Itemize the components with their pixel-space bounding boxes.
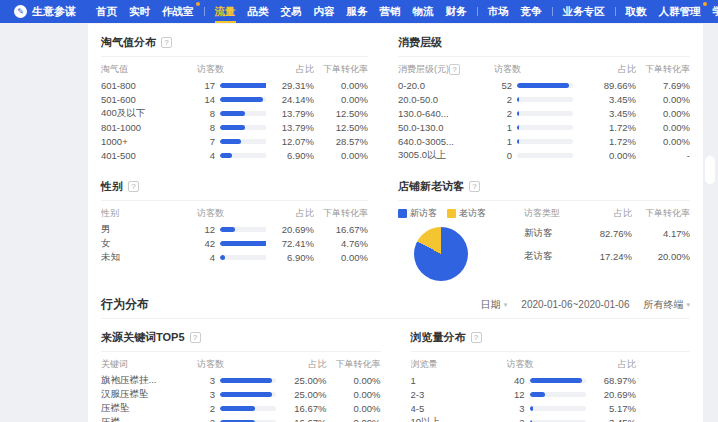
nav-item-logistics[interactable]: 物流 — [407, 0, 440, 23]
column-header: 关键词 — [101, 358, 197, 371]
visitor-count-cell: 3 — [197, 375, 279, 386]
visitor-count-cell: 8 — [197, 108, 266, 119]
conversion-cell: 0.00% — [327, 389, 381, 400]
column-header: 占比 — [588, 358, 636, 371]
pageviews-distribution-section: 浏览量分布 ? 浏览量访客数占比14068.97%2-31220.69%4-53… — [411, 327, 691, 422]
visitor-count: 17 — [197, 80, 215, 91]
nav-item-service[interactable]: 服务 — [341, 0, 374, 23]
column-header: 占比 — [279, 358, 327, 371]
screen: ✎ 生意参谋 首页实时作战室流量品类交易内容服务营销物流财务市场竞争业务专区取数… — [0, 0, 718, 422]
visitor-count: 52 — [494, 80, 512, 91]
table-row: 0-20.05289.66%7.69% — [398, 78, 690, 92]
ratio-cell: 25.00% — [279, 375, 327, 386]
bar-fill — [530, 392, 546, 397]
help-icon[interactable]: ? — [471, 332, 482, 343]
section-title: 行为分布 — [101, 296, 149, 313]
help-icon[interactable]: ? — [190, 332, 201, 343]
nav-item-war-room[interactable]: 作战室 — [156, 0, 200, 23]
date-range-picker[interactable]: 2020-01-06~2020-01-06 — [521, 299, 629, 310]
table-row: 640.0-3005...11.72%0.00% — [398, 134, 690, 148]
ratio-cell: 89.66% — [588, 80, 636, 91]
help-icon[interactable]: ? — [449, 64, 460, 75]
nav-item-trade[interactable]: 交易 — [275, 0, 308, 23]
ratio-cell: 1.72% — [588, 136, 636, 147]
conversion-cell: 0.00% — [636, 108, 690, 119]
nav-item-category[interactable]: 品类 — [242, 0, 275, 23]
legend-old-visitors[interactable]: 老访客 — [447, 207, 486, 220]
bar-track — [530, 378, 586, 383]
bar-track — [517, 139, 573, 144]
bar-track — [220, 125, 266, 130]
visitor-count: 3 — [197, 375, 215, 386]
taoqi-table: 淘气值访客数占比下单转化率601-8001729.31%0.00%501-600… — [101, 60, 368, 162]
nav-item-realtime[interactable]: 实时 — [123, 0, 156, 23]
column-header: 浏览量 — [411, 358, 507, 371]
nav-item-traffic[interactable]: 流量 — [209, 0, 242, 23]
conversion-cell: 0.00% — [636, 136, 690, 147]
nav-divider — [477, 7, 478, 16]
table-row: 未知46.90%0.00% — [101, 250, 368, 264]
help-icon[interactable]: ? — [469, 181, 480, 192]
nav-item-competition[interactable]: 竞争 — [515, 0, 548, 23]
nav-item-data-fetch[interactable]: 取数 — [620, 0, 653, 23]
scrollbar-thumb[interactable] — [705, 156, 715, 184]
bar-fill — [530, 378, 582, 383]
bar-fill — [530, 406, 534, 411]
feature-section-header-clipped: 特征分布 2020-01-06~2020-01-06 所有终端 ▾ — [88, 23, 703, 24]
legend-swatch-icon — [398, 209, 407, 218]
ratio-cell: 6.90% — [266, 150, 314, 161]
terminal-select-behavior[interactable]: 所有终端 ▾ — [643, 298, 690, 312]
column-header: 淘气值 — [101, 63, 197, 76]
block-title: 浏览量分布 — [411, 330, 466, 345]
bar-track — [220, 111, 266, 116]
nav-item-market[interactable]: 市场 — [482, 0, 515, 23]
visitor-pie-chart[interactable] — [414, 227, 468, 281]
help-icon[interactable]: ? — [128, 181, 139, 192]
keywords-table: 关键词访客数占比下单转化率旗袍压襟挂...325.00%0.00%汉服压襟坠32… — [101, 355, 381, 422]
help-icon[interactable]: ? — [161, 37, 172, 48]
ratio-cell: 25.00% — [279, 389, 327, 400]
visitor-count-cell: 2 — [197, 417, 279, 422]
table-row: 10以上23.45% — [411, 415, 637, 422]
visitor-count-cell: 4 — [197, 252, 266, 263]
nav-item-finance[interactable]: 财务 — [440, 0, 473, 23]
date-range-display[interactable]: 2020-01-06~2020-01-06 — [518, 23, 626, 24]
row-label: 400及以下 — [101, 107, 197, 120]
nav-item-home[interactable]: 首页 — [90, 0, 123, 23]
row-label: 501-600 — [101, 94, 197, 105]
row-label: 801-1000 — [101, 122, 197, 133]
bar-fill — [220, 111, 245, 116]
row-label: 压襟坠 — [101, 402, 197, 415]
scrollbar-track[interactable] — [703, 23, 718, 422]
terminal-select[interactable]: 所有终端 ▾ — [642, 23, 689, 24]
date-type-select[interactable]: 日期 ▾ — [481, 298, 508, 312]
bar-track — [530, 392, 586, 397]
column-header: 消费层级(元)? — [398, 63, 494, 76]
column-header: 占比 — [580, 207, 632, 220]
nav-item-audience[interactable]: 人群管理 — [653, 0, 707, 23]
source-keywords-section: 来源关键词TOP5 ? 关键词访客数占比下单转化率旗袍压襟挂...325.00%… — [101, 327, 381, 422]
legend-new-visitors[interactable]: 新访客 — [398, 207, 437, 220]
ratio-cell: 3.45% — [588, 108, 636, 119]
nav-item-biz-zone[interactable]: 业务专区 — [557, 0, 611, 23]
column-header: 下单转化率 — [327, 358, 381, 371]
nav-item-content[interactable]: 内容 — [308, 0, 341, 23]
block-title: 店铺新老访客 — [398, 179, 464, 194]
visitor-count: 4 — [197, 150, 215, 161]
visitor-count: 1 — [494, 122, 512, 133]
nav-item-marketing[interactable]: 营销 — [374, 0, 407, 23]
column-header: 下单转化率 — [314, 207, 368, 220]
ratio-cell: 17.24% — [580, 251, 632, 262]
nav-divider — [204, 7, 205, 16]
row-label: 640.0-3005... — [398, 136, 494, 147]
nav-item-academy[interactable]: 学院 — [707, 0, 718, 23]
conversion-cell: 0.00% — [314, 80, 368, 91]
column-header: 占比 — [266, 207, 314, 220]
ratio-cell: 3.45% — [588, 94, 636, 105]
visitor-count: 42 — [197, 238, 215, 249]
conversion-cell: 0.00% — [327, 403, 381, 414]
visitor-count-cell: 3 — [507, 403, 589, 414]
brand[interactable]: ✎ 生意参谋 — [14, 4, 76, 19]
bar-track — [517, 125, 573, 130]
table-header-row: 消费层级(元)?访客数占比下单转化率 — [398, 60, 690, 78]
